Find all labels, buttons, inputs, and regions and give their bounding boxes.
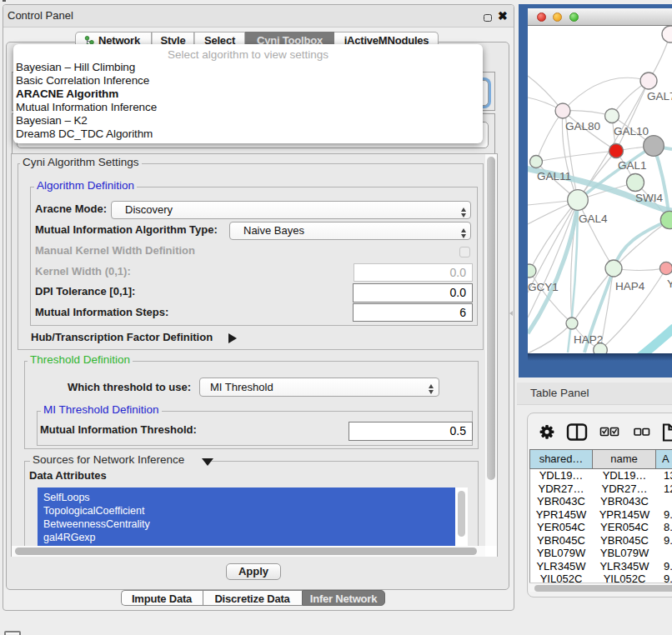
svg-text:Y: Y	[667, 278, 672, 290]
svg-text:GCY1: GCY1	[528, 281, 559, 293]
svg-text:GAL4: GAL4	[579, 212, 608, 225]
svg-text:HAP4: HAP4	[615, 280, 645, 292]
svg-text:GAL10: GAL10	[614, 125, 649, 138]
svg-text:GAL1: GAL1	[618, 159, 647, 172]
svg-text:GAL11: GAL11	[537, 170, 571, 182]
svg-text:GAL7: GAL7	[647, 90, 672, 102]
svg-text:GAL80: GAL80	[565, 120, 600, 132]
svg-text:SWI4: SWI4	[635, 192, 663, 204]
svg-text:HAP2: HAP2	[574, 333, 603, 346]
